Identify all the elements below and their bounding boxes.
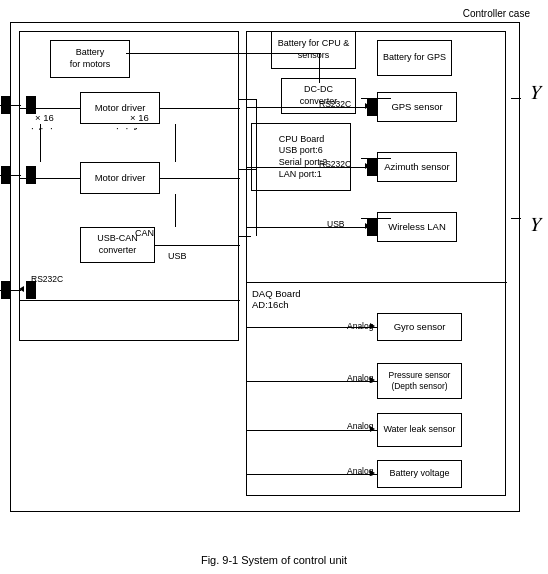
hline-azimuth bbox=[247, 167, 377, 168]
hline-cpu-azimuth bbox=[361, 158, 391, 159]
hline-cpu-top1 bbox=[239, 99, 257, 100]
hline-batt-motors bbox=[126, 53, 291, 54]
dots-pattern-2: · · · bbox=[116, 123, 140, 134]
arrow-pressure bbox=[370, 377, 375, 383]
hline-usb-can-right bbox=[155, 245, 240, 246]
hline-analog-2 bbox=[247, 381, 377, 382]
gps-sensor-box: GPS sensor bbox=[377, 92, 457, 122]
hline-cpu-top2 bbox=[239, 169, 257, 170]
azimuth-sensor-label: Azimuth sensor bbox=[384, 161, 449, 173]
page: Controller case Battery for motors Motor… bbox=[0, 0, 548, 574]
gyro-sensor-box: Gyro sensor bbox=[377, 313, 462, 341]
arrow-gps bbox=[365, 103, 370, 109]
hline-motor2-right bbox=[160, 178, 240, 179]
hline-analog-1 bbox=[247, 327, 377, 328]
battery-motors-box: Battery for motors bbox=[50, 40, 130, 78]
arrow-azimuth bbox=[365, 163, 370, 169]
connector-arm-bot-right bbox=[26, 166, 36, 184]
azimuth-sensor-box: Azimuth sensor bbox=[377, 152, 457, 182]
usb-can-label: USB-CAN converter bbox=[97, 233, 138, 256]
daq-board-label: DAQ Board AD:16ch bbox=[252, 288, 301, 310]
connector-arm-top-right bbox=[26, 96, 36, 114]
vline-cpu-connect bbox=[256, 99, 257, 236]
hline-buoyancy bbox=[0, 290, 21, 291]
gps-sensor-label: GPS sensor bbox=[391, 101, 442, 113]
battery-gps-box: Battery for GPS bbox=[377, 40, 452, 76]
hline-motor1-right bbox=[160, 108, 240, 109]
hline-ant-gps bbox=[511, 98, 521, 99]
wireless-lan-label: Wireless LAN bbox=[388, 221, 446, 233]
arrow-battery-v bbox=[370, 470, 375, 476]
vline-batt-dc bbox=[319, 53, 320, 83]
figure-caption: Fig. 9-1 System of control unit bbox=[0, 554, 548, 566]
water-leak-sensor-label: Water leak sensor bbox=[383, 424, 455, 436]
battery-voltage-box: Battery voltage bbox=[377, 460, 462, 488]
hline-cpu-gps bbox=[361, 98, 391, 99]
motor-driver-2-label: Motor driver bbox=[95, 172, 146, 184]
motor-driver-2-box: Motor driver bbox=[80, 162, 160, 194]
arrow-water bbox=[370, 426, 375, 432]
hline-batt-cpu bbox=[281, 53, 321, 54]
antenna-wireless-icon: 𝑌 bbox=[530, 213, 541, 236]
hline-gps bbox=[247, 107, 377, 108]
arrow-gyro bbox=[370, 323, 375, 329]
battery-motors-label: Battery for motors bbox=[70, 47, 111, 70]
pressure-sensor-box: Pressure sensor (Depth sensor) bbox=[377, 363, 462, 399]
daq-board-section: DAQ Board AD:16ch Gyro sensor Pressure s… bbox=[247, 282, 507, 492]
hline-cpu-usb bbox=[239, 236, 251, 237]
rs232c-3-label: RS232C bbox=[31, 274, 63, 284]
gyro-sensor-label: Gyro sensor bbox=[394, 321, 446, 333]
hline-analog-4 bbox=[247, 474, 377, 475]
pressure-sensor-label: Pressure sensor (Depth sensor) bbox=[378, 370, 461, 392]
inner-left-box: Battery for motors Motor driver Motor dr… bbox=[19, 31, 239, 341]
usb-inner-label: USB bbox=[168, 251, 187, 261]
inner-right-box: Battery for GPS GPS sensor Azimuth senso… bbox=[246, 31, 506, 496]
hline-rs232c bbox=[20, 300, 240, 301]
main-box: Battery for motors Motor driver Motor dr… bbox=[10, 22, 520, 512]
wireless-lan-box: Wireless LAN bbox=[377, 212, 457, 242]
vline-motor bbox=[175, 124, 176, 162]
vline-can bbox=[175, 194, 176, 227]
water-leak-sensor-box: Water leak sensor bbox=[377, 413, 462, 447]
battery-voltage-label: Battery voltage bbox=[389, 468, 449, 480]
hline-arm-top bbox=[0, 105, 21, 106]
arrow-buoyancy bbox=[19, 286, 24, 292]
hline-arm-bot bbox=[0, 175, 21, 176]
dots-pattern-1: · · · bbox=[31, 123, 55, 134]
hline-wireless bbox=[247, 227, 377, 228]
controller-case-label: Controller case bbox=[463, 8, 530, 19]
hline-analog-3 bbox=[247, 430, 377, 431]
caption-text: Fig. 9-1 System of control unit bbox=[201, 554, 347, 566]
arrow-wireless bbox=[365, 223, 370, 229]
hline-ant-wireless bbox=[511, 218, 521, 219]
hline-cpu-wireless bbox=[361, 218, 391, 219]
battery-gps-label: Battery for GPS bbox=[383, 52, 446, 64]
antenna-gps-icon: 𝑌 bbox=[530, 81, 541, 104]
can-label: CAN bbox=[135, 228, 154, 238]
